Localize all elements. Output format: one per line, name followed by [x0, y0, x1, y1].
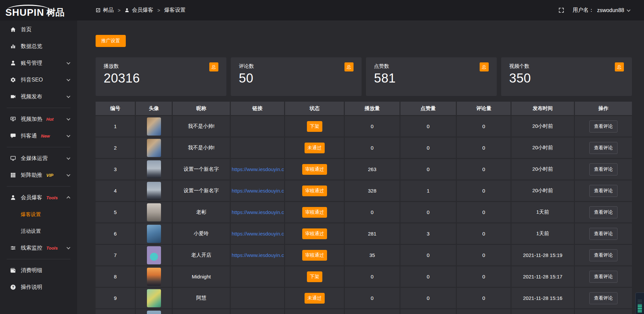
layout: 首页 数据总览 账号管理 抖音SEO 视频发布 视频加热 Hot 抖客通 New… — [0, 20, 644, 314]
sidebar-divider — [7, 186, 70, 187]
comments-count: 0 — [482, 123, 485, 129]
chevron-icon — [66, 94, 70, 98]
avatar — [147, 268, 161, 286]
table-row: 2 我不是小帅! 未通过 0 0 0 20小时前 查看评论 — [96, 138, 632, 158]
sidebar-item-数据总览[interactable]: 数据总览 — [0, 38, 77, 55]
sidebar-item-视频加热[interactable]: 视频加热 Hot — [0, 111, 77, 127]
view-comments-button[interactable]: 查看评论 — [589, 163, 618, 175]
sidebar-item-label: 数据总览 — [21, 43, 42, 50]
likes-count: 1 — [427, 188, 429, 194]
sidebar-subitem-爆客设置[interactable]: 爆客设置 — [0, 206, 77, 223]
status-badge: 未通过 — [305, 143, 325, 153]
sidebar-item-全媒体运营[interactable]: 全媒体运营 — [0, 150, 77, 167]
video-link[interactable]: https://www.iesdouyin.c — [231, 166, 284, 172]
fullscreen-icon[interactable] — [558, 7, 565, 13]
nickname: 老彬 — [196, 209, 206, 215]
view-comments-button[interactable]: 查看评论 — [589, 120, 618, 133]
plays-count: 0 — [371, 209, 373, 215]
stat-card-3: 点赞数 581 总 — [366, 57, 497, 96]
nickname: 小爱玲 — [194, 230, 209, 237]
table-row: 7 老人开店 https://www.iesdouyin.c 审核通过 35 0… — [96, 245, 632, 265]
sidebar-item-抖客通[interactable]: 抖客通 New — [0, 127, 77, 144]
nickname: 我不是小帅! — [188, 145, 214, 151]
status-badge: 审核通过 — [302, 186, 327, 196]
chevron-icon — [66, 173, 70, 176]
user-menu[interactable]: 用户名：zswodun88 — [573, 7, 630, 14]
view-comments-button[interactable]: 查看评论 — [589, 249, 618, 261]
total-badge: 总 — [480, 62, 489, 71]
row-number: 3 — [114, 166, 116, 172]
row-number: 2 — [114, 145, 116, 151]
table-row: 5 老彬 https://www.iesdouyin.c 审核通过 0 0 0 … — [96, 202, 632, 222]
sidebar-item-视频发布[interactable]: 视频发布 — [0, 88, 77, 105]
likes-count: 0 — [427, 295, 429, 301]
sidebar-item-操作说明[interactable]: ? 操作说明 — [0, 279, 77, 296]
sidebar-item-消费明细[interactable]: 消费明细 — [0, 262, 77, 279]
breadcrumb-item-2[interactable]: 会员爆客 — [124, 7, 153, 14]
video-link[interactable]: https://www.iesdouyin.c — [231, 188, 284, 194]
video-link[interactable]: https://www.iesdouyin.c — [231, 252, 284, 258]
sidebar-item-badge: New — [41, 134, 50, 139]
row-number: 8 — [114, 274, 116, 279]
view-comments-button[interactable]: 查看评论 — [589, 142, 618, 154]
svg-text:?: ? — [12, 285, 14, 289]
comments-count: 0 — [482, 295, 485, 301]
sidebar-item-label: 操作说明 — [21, 284, 42, 291]
sidebar-divider — [7, 259, 70, 259]
chevron-down-icon — [627, 8, 630, 11]
avatar — [147, 225, 161, 243]
publish-time: 2021-11-28 15:16 — [523, 295, 562, 301]
sidebar-divider — [7, 147, 70, 147]
status-badge: 审核通过 — [302, 164, 327, 175]
topbar: SHUPIN 树品 树品 > 会员爆客 > 爆客设置 用户名：zswodun88 — [0, 0, 644, 20]
home-icon — [10, 27, 16, 33]
stat-card-value: 581 — [374, 71, 489, 86]
plays-count: 35 — [369, 252, 375, 258]
sidebar-item-账号管理[interactable]: 账号管理 — [0, 55, 77, 71]
stat-card-label: 点赞数 — [374, 63, 489, 69]
bar-chart-icon — [10, 43, 16, 49]
sidebar-item-label: 消费明细 — [21, 267, 42, 274]
status-badge: 审核通过 — [302, 228, 327, 239]
sidebar-item-会员爆客[interactable]: 会员爆客 Tools — [0, 189, 77, 206]
sidebar-item-首页[interactable]: 首页 — [0, 21, 77, 38]
view-comments-button[interactable]: 查看评论 — [589, 185, 618, 197]
floating-widget[interactable] — [635, 293, 644, 314]
row-number: 6 — [114, 231, 116, 237]
status-badge: 下架 — [307, 271, 322, 282]
sidebar-item-抖音SEO[interactable]: 抖音SEO — [0, 71, 77, 88]
sidebar-item-矩阵助推[interactable]: 矩阵助推 VIP — [0, 167, 77, 184]
app-logo[interactable]: SHUPIN 树品 — [0, 3, 77, 17]
view-comments-button[interactable]: 查看评论 — [589, 271, 618, 283]
wallet-icon — [10, 267, 16, 273]
breadcrumb-item-1[interactable]: 树品 — [96, 7, 114, 14]
table-row: 1 我不是小帅! 下架 0 0 0 20小时前 查看评论 — [96, 116, 632, 137]
video-link[interactable]: https://www.iesdouyin.c — [231, 231, 284, 237]
plays-count: 0 — [371, 123, 373, 129]
row-number: 5 — [114, 209, 116, 215]
breadcrumb-item-3[interactable]: 爆客设置 — [164, 7, 185, 14]
stat-card-label: 评论数 — [239, 63, 354, 69]
table-header-row: 编号头像昵称链接状态播放量点赞量评论量发布时间操作 — [96, 102, 632, 115]
breadcrumb: 树品 > 会员爆客 > 爆客设置 — [96, 7, 185, 14]
view-comments-button[interactable]: 查看评论 — [589, 228, 618, 240]
sidebar-subitem-label: 爆客设置 — [21, 211, 41, 218]
nickname: 设置一个新名字 — [184, 166, 219, 172]
avatar — [147, 160, 161, 178]
likes-count: 0 — [427, 274, 429, 279]
sidebar-item-badge: VIP — [46, 173, 53, 178]
view-comments-button[interactable]: 查看评论 — [589, 206, 618, 218]
monitor-icon — [10, 155, 16, 161]
nickname: 阿慧 — [196, 295, 206, 301]
topbar-right: 用户名：zswodun88 — [558, 7, 644, 14]
plays-count: 263 — [368, 166, 376, 172]
sidebar-item-线索监控[interactable]: 线索监控 Tools — [0, 240, 77, 256]
video-link[interactable]: https://www.iesdouyin.c — [231, 209, 284, 215]
column-header-1: 编号 — [96, 102, 136, 115]
stat-card-2: 评论数 50 总 — [231, 57, 362, 96]
view-comments-button[interactable]: 查看评论 — [589, 292, 618, 304]
sidebar-subitem-活动设置[interactable]: 活动设置 — [0, 223, 77, 240]
table-body: 1 我不是小帅! 下架 0 0 0 20小时前 查看评论 2 我不是小帅! 未通… — [96, 116, 632, 314]
member-icon — [10, 195, 16, 201]
promotion-settings-button[interactable]: 推广设置 — [96, 35, 126, 47]
